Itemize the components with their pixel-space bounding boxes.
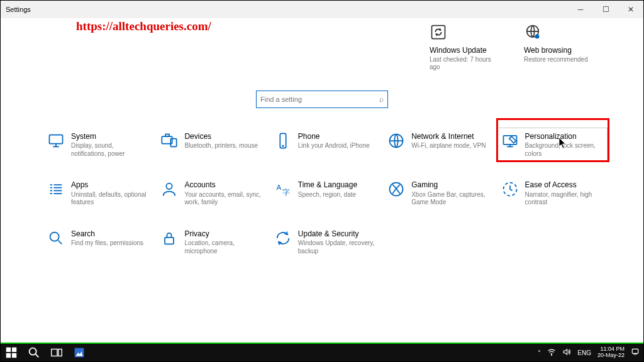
sync-icon xyxy=(430,23,447,41)
svg-rect-27 xyxy=(632,349,638,353)
category-title: Apps xyxy=(71,180,149,189)
window-title: Settings xyxy=(6,6,31,13)
close-button[interactable]: ✕ xyxy=(618,1,643,18)
search-icon: ⌕ xyxy=(379,95,384,104)
ease-icon xyxy=(501,180,519,198)
category-network[interactable]: Network & InternetWi-Fi, airplane mode, … xyxy=(385,129,492,160)
tile-web-browsing[interactable]: Web browsing Restore recommended xyxy=(524,23,593,71)
tile-windows-update[interactable]: Windows Update Last checked: 7 hours ago xyxy=(430,23,499,71)
category-search[interactable]: SearchFind my files, permissions xyxy=(45,227,152,258)
category-accounts[interactable]: AccountsYour accounts, email, sync, work… xyxy=(158,178,265,209)
category-title: Ease of Access xyxy=(525,180,603,189)
tile-sub: Restore recommended xyxy=(524,56,588,63)
apps-icon xyxy=(47,180,65,198)
watermark-text: https://alltechqueries.com/ xyxy=(76,19,211,33)
search-icon xyxy=(47,229,65,247)
search-input[interactable] xyxy=(260,96,379,103)
category-title: Network & Internet xyxy=(411,132,486,141)
category-title: System xyxy=(71,132,149,141)
titlebar: Settings ─ ☐ ✕ xyxy=(1,1,643,18)
category-sub: Location, camera, microphone xyxy=(184,239,262,255)
app-icon[interactable] xyxy=(72,346,86,359)
svg-rect-0 xyxy=(432,26,445,39)
category-apps[interactable]: AppsUninstall, defaults, optional featur… xyxy=(45,178,152,209)
svg-text:字: 字 xyxy=(282,189,290,197)
categories-grid: SystemDisplay, sound, notifications, pow… xyxy=(45,129,606,258)
svg-rect-20 xyxy=(6,353,11,358)
category-title: Accounts xyxy=(184,180,262,189)
category-title: Privacy xyxy=(184,229,262,238)
globe-icon xyxy=(387,132,405,150)
svg-point-8 xyxy=(282,145,283,146)
svg-text:A: A xyxy=(276,184,281,192)
category-sub: Background, lock screen, colors xyxy=(525,142,603,158)
svg-rect-6 xyxy=(166,134,170,137)
tile-title: Web browsing xyxy=(524,46,572,55)
taskbar: ˄ ENG 11:04 PM 20-May-22 xyxy=(1,343,643,361)
start-button[interactable] xyxy=(4,346,18,359)
category-gaming[interactable]: GamingXbox Game Bar, captures, Game Mode xyxy=(385,178,492,209)
category-update-security[interactable]: Update & SecurityWindows Update, recover… xyxy=(272,227,379,258)
category-sub: Your accounts, email, sync, work, family xyxy=(184,191,262,207)
category-time-language[interactable]: A字 Time & LanguageSpeech, region, date xyxy=(272,178,379,209)
notification-icon[interactable] xyxy=(631,348,640,358)
svg-rect-3 xyxy=(50,135,63,144)
clock-date: 20-May-22 xyxy=(597,353,625,359)
category-ease-of-access[interactable]: Ease of AccessNarrator, magnifier, high … xyxy=(499,178,606,209)
tile-title: Windows Update xyxy=(430,46,487,55)
svg-rect-5 xyxy=(171,139,177,147)
category-title: Time & Language xyxy=(298,180,357,189)
tile-sub: Last checked: 7 hours ago xyxy=(430,56,499,71)
monitor-icon xyxy=(47,132,65,150)
svg-rect-24 xyxy=(58,349,62,356)
category-phone[interactable]: PhoneLink your Android, iPhone xyxy=(272,129,379,160)
clock[interactable]: 11:04 PM 20-May-22 xyxy=(597,346,625,359)
category-sub: Link your Android, iPhone xyxy=(298,142,370,150)
category-title: Gaming xyxy=(411,180,489,189)
category-title: Search xyxy=(71,229,143,238)
category-title: Phone xyxy=(298,132,370,141)
maximize-button[interactable]: ☐ xyxy=(593,1,618,18)
category-sub: Speech, region, date xyxy=(298,191,357,199)
svg-rect-17 xyxy=(165,238,174,244)
svg-point-11 xyxy=(167,184,172,189)
tray-chevron-icon[interactable]: ˄ xyxy=(538,349,541,356)
language-icon: A字 xyxy=(274,180,292,198)
volume-icon[interactable] xyxy=(562,348,571,358)
category-privacy[interactable]: PrivacyLocation, camera, microphone xyxy=(158,227,265,258)
category-sub: Find my files, permissions xyxy=(71,239,143,248)
phone-icon xyxy=(274,132,292,150)
language-indicator[interactable]: ENG xyxy=(577,349,591,356)
category-sub: Wi-Fi, airplane mode, VPN xyxy=(411,142,486,150)
category-system[interactable]: SystemDisplay, sound, notifications, pow… xyxy=(45,129,152,160)
svg-rect-19 xyxy=(12,348,16,352)
category-title: Devices xyxy=(184,132,258,141)
svg-point-16 xyxy=(50,232,59,241)
category-title: Update & Security xyxy=(298,229,376,238)
svg-rect-21 xyxy=(12,353,16,358)
taskbar-search-icon[interactable] xyxy=(27,346,41,359)
minimize-button[interactable]: ─ xyxy=(568,1,593,18)
svg-rect-18 xyxy=(6,348,11,352)
paint-icon xyxy=(501,132,519,150)
svg-point-2 xyxy=(535,35,540,39)
update-icon xyxy=(274,229,292,247)
wifi-icon[interactable] xyxy=(547,348,556,358)
category-sub: Uninstall, defaults, optional features xyxy=(71,191,149,207)
xbox-icon xyxy=(387,180,405,198)
search-box[interactable]: ⌕ xyxy=(256,90,388,108)
category-sub: Bluetooth, printers, mouse xyxy=(184,142,258,150)
category-personalization[interactable]: PersonalizationBackground, lock screen, … xyxy=(497,128,608,162)
globe-icon xyxy=(524,23,541,41)
category-sub: Display, sound, notifications, power xyxy=(71,142,149,158)
category-sub: Windows Update, recovery, backup xyxy=(298,239,376,255)
category-devices[interactable]: DevicesBluetooth, printers, mouse xyxy=(158,129,265,160)
lock-icon xyxy=(160,229,178,247)
category-sub: Xbox Game Bar, captures, Game Mode xyxy=(411,191,489,207)
devices-icon xyxy=(160,132,178,150)
category-sub: Narrator, magnifier, high contrast xyxy=(525,191,603,207)
person-icon xyxy=(160,180,178,198)
svg-point-22 xyxy=(30,348,36,355)
svg-rect-23 xyxy=(52,349,57,356)
task-view-icon[interactable] xyxy=(50,346,64,359)
